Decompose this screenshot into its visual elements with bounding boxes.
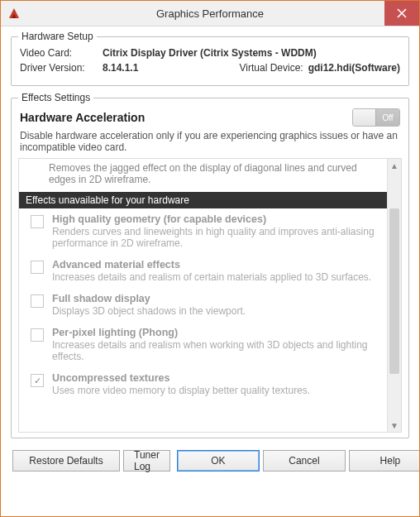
hardware-setup-title: Hardware Setup <box>18 31 97 42</box>
effects-item-title: High quality geometry (for capable devic… <box>52 213 381 225</box>
effects-settings-title: Effects Settings <box>18 92 93 103</box>
restore-defaults-button[interactable]: Restore Defaults <box>12 450 120 472</box>
effects-item: Full shadow displayDisplays 3D object sh… <box>19 288 401 322</box>
title-bar: Graphics Performance <box>1 1 419 26</box>
hardware-acceleration-toggle[interactable]: Off <box>352 108 400 127</box>
checkbox[interactable] <box>31 261 44 274</box>
scroll-down-icon[interactable]: ▼ <box>388 419 401 432</box>
checkbox[interactable] <box>31 215 44 228</box>
virtual-device-label: Virtual Device: <box>240 62 308 74</box>
tuner-log-button[interactable]: Tuner Log <box>123 450 170 472</box>
scrollbar[interactable]: ▲ ▼ <box>387 159 401 432</box>
app-icon <box>6 5 22 22</box>
effects-list: Removes the jagged effect on the display… <box>18 158 402 433</box>
checkbox[interactable] <box>31 328 44 342</box>
checkbox[interactable]: ✓ <box>31 374 44 387</box>
effects-item-title: Uncompressed textures <box>52 372 381 384</box>
window-title: Graphics Performance <box>1 7 419 20</box>
video-card-label: Video Card: <box>20 47 103 59</box>
close-icon <box>397 8 407 18</box>
close-button[interactable] <box>384 1 419 26</box>
effects-item-description: Renders curves and lineweights in high q… <box>52 226 381 249</box>
hardware-setup-group: Hardware Setup Video Card: Citrix Displa… <box>11 36 409 86</box>
hardware-acceleration-title: Hardware Acceleration <box>20 111 145 124</box>
effects-item-description: Uses more video memory to display better… <box>52 385 381 396</box>
effects-item: Per-pixel lighting (Phong)Increases deta… <box>19 322 401 367</box>
scroll-thumb[interactable] <box>389 208 399 374</box>
previous-item-description: Removes the jagged effect on the display… <box>19 159 401 192</box>
effects-item: ✓Uncompressed texturesUses more video me… <box>19 367 401 401</box>
driver-version-label: Driver Version: <box>20 62 103 74</box>
effects-item-description: Displays 3D object shadows in the viewpo… <box>52 305 381 317</box>
toggle-off-label: Off <box>375 109 399 126</box>
hardware-acceleration-description: Disable hardware acceleration only if yo… <box>20 130 400 153</box>
help-button[interactable]: Help <box>349 450 420 472</box>
effects-item-title: Advanced material effects <box>52 259 381 270</box>
effects-item: Advanced material effectsIncreases detai… <box>19 254 401 288</box>
virtual-device-value: gdi12.hdi(Software) <box>308 62 400 74</box>
driver-version-value: 8.14.1.1 <box>103 62 138 74</box>
scroll-up-icon[interactable]: ▲ <box>388 159 401 172</box>
effects-item: High quality geometry (for capable devic… <box>19 208 401 254</box>
effects-item-description: Increases details and realism of certain… <box>52 271 381 283</box>
section-unavailable-header: Effects unavailable for your hardware <box>19 192 401 208</box>
ok-button[interactable]: OK <box>177 450 260 472</box>
checkbox[interactable] <box>31 294 44 308</box>
footer-buttons: Restore Defaults Tuner Log OK Cancel Hel… <box>11 450 409 472</box>
effects-item-title: Per-pixel lighting (Phong) <box>52 327 381 338</box>
effects-settings-group: Effects Settings Hardware Acceleration O… <box>11 98 409 438</box>
effects-item-description: Increases details and realism when worki… <box>52 339 381 362</box>
effects-item-title: Full shadow display <box>52 293 381 304</box>
cancel-button[interactable]: Cancel <box>263 450 346 472</box>
video-card-value: Citrix Display Driver (Citrix Systems - … <box>103 47 317 59</box>
